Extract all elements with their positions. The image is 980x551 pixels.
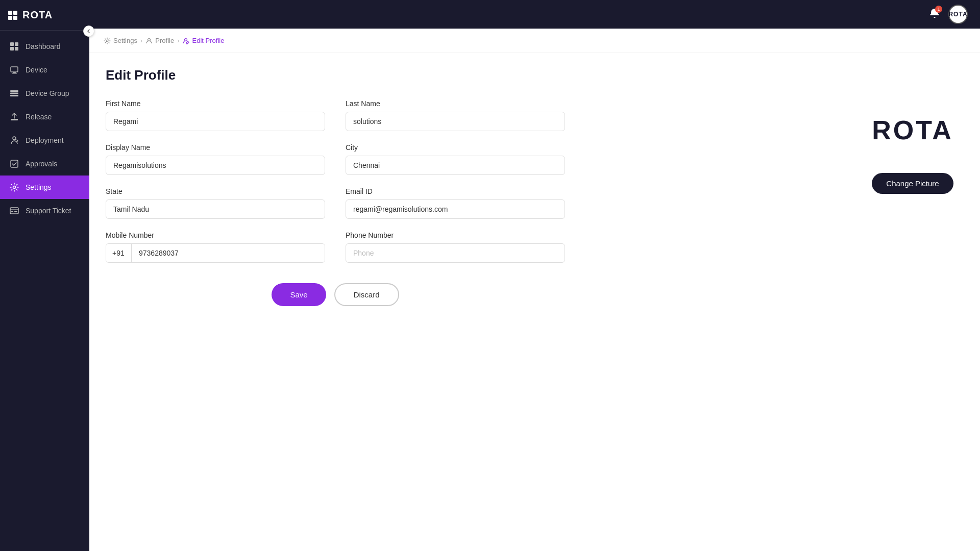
svg-rect-4 — [11, 67, 18, 72]
state-group: State — [106, 187, 325, 219]
form-actions: Save Discard — [106, 283, 565, 306]
svg-rect-0 — [10, 42, 14, 46]
notification-badge: 1 — [935, 6, 942, 13]
mobile-group: Mobile Number +91 — [106, 231, 325, 263]
sidebar-item-label: Device — [26, 66, 47, 74]
sidebar-item-label: Support Ticket — [26, 207, 71, 215]
sidebar-item-label: Dashboard — [26, 42, 61, 51]
profile-logo-box: ROTA — [862, 99, 964, 161]
email-input[interactable] — [346, 199, 565, 219]
sidebar: ROTA Dashboard D — [0, 0, 89, 551]
approvals-icon — [9, 159, 19, 169]
profile-logo-text: ROTA — [872, 115, 953, 145]
first-name-input[interactable] — [106, 112, 325, 131]
sidebar-item-label: Settings — [26, 183, 52, 191]
sidebar-item-deployment[interactable]: Deployment — [0, 129, 89, 152]
sidebar-item-approvals[interactable]: Approvals — [0, 152, 89, 176]
breadcrumb-settings[interactable]: Settings — [104, 37, 137, 44]
form-area: First Name Last Name Display Name — [106, 99, 831, 306]
sidebar-item-release[interactable]: Release — [0, 105, 89, 129]
svg-rect-3 — [15, 47, 18, 51]
mobile-number-input[interactable] — [132, 244, 325, 262]
app-name: ROTA — [22, 9, 53, 21]
support-icon — [9, 206, 19, 216]
last-name-input[interactable] — [346, 112, 565, 131]
svg-point-17 — [106, 40, 108, 42]
last-name-group: Last Name — [346, 99, 565, 131]
breadcrumb-sep-2: › — [177, 37, 179, 44]
svg-rect-12 — [11, 160, 18, 167]
city-label: City — [346, 143, 565, 152]
svg-rect-1 — [15, 42, 18, 46]
phone-label: Phone Number — [346, 231, 565, 239]
svg-rect-9 — [10, 95, 18, 96]
avatar[interactable]: ROTA — [948, 5, 968, 24]
display-name-group: Display Name — [106, 143, 325, 175]
discard-button[interactable]: Discard — [334, 283, 399, 306]
device-icon — [9, 65, 19, 75]
email-label: Email ID — [346, 187, 565, 195]
notification-bell[interactable]: 1 — [929, 8, 940, 21]
sidebar-item-dashboard[interactable]: Dashboard — [0, 35, 89, 58]
state-label: State — [106, 187, 325, 195]
svg-rect-6 — [12, 73, 17, 74]
email-group: Email ID — [346, 187, 565, 219]
svg-rect-10 — [11, 119, 18, 120]
breadcrumb-edit-profile-label: Edit Profile — [192, 37, 225, 44]
breadcrumb: Settings › Profile › Edit Profile — [89, 29, 980, 53]
sidebar-item-label: Device Group — [26, 89, 69, 97]
profile-image-section: ROTA Change Picture — [831, 99, 964, 194]
city-input[interactable] — [346, 156, 565, 175]
form-grid: First Name Last Name Display Name — [106, 99, 565, 263]
sidebar-item-device-group[interactable]: Device Group — [0, 82, 89, 105]
content-area: Settings › Profile › Edit Profile — [89, 29, 980, 551]
sidebar-item-device[interactable]: Device — [0, 58, 89, 82]
change-picture-button[interactable]: Change Picture — [872, 173, 953, 194]
deployment-icon — [9, 135, 19, 145]
breadcrumb-profile[interactable]: Profile — [145, 37, 174, 44]
svg-rect-15 — [11, 211, 13, 212]
dashboard-icon — [9, 41, 19, 52]
phone-group: Phone Number — [346, 231, 565, 263]
breadcrumb-settings-label: Settings — [113, 37, 137, 44]
svg-rect-7 — [10, 90, 18, 92]
mobile-input-group: +91 — [106, 243, 325, 263]
mobile-label: Mobile Number — [106, 231, 325, 239]
state-input[interactable] — [106, 199, 325, 219]
sidebar-item-settings[interactable]: Settings — [0, 176, 89, 199]
breadcrumb-edit-profile[interactable]: Edit Profile — [183, 37, 225, 44]
grid-icon — [8, 11, 17, 20]
breadcrumb-sep-1: › — [140, 37, 142, 44]
svg-rect-14 — [10, 208, 18, 214]
last-name-label: Last Name — [346, 99, 565, 108]
sidebar-item-label: Release — [26, 113, 52, 121]
main-area: 1 ROTA Settings › Profile › — [89, 0, 980, 551]
display-name-label: Display Name — [106, 143, 325, 152]
city-group: City — [346, 143, 565, 175]
topbar: 1 ROTA — [89, 0, 980, 29]
release-icon — [9, 112, 19, 122]
phone-input[interactable] — [346, 243, 565, 263]
mobile-prefix: +91 — [106, 244, 132, 262]
device-group-icon — [9, 88, 19, 98]
save-button[interactable]: Save — [272, 283, 326, 306]
svg-rect-16 — [14, 211, 17, 212]
collapse-sidebar-button[interactable] — [83, 26, 94, 37]
sidebar-item-support-ticket[interactable]: Support Ticket — [0, 199, 89, 222]
sidebar-item-label: Approvals — [26, 160, 57, 168]
breadcrumb-profile-label: Profile — [155, 37, 174, 44]
settings-icon — [9, 182, 19, 192]
svg-point-13 — [13, 186, 16, 189]
first-name-label: First Name — [106, 99, 325, 108]
svg-rect-5 — [13, 72, 16, 73]
first-name-group: First Name — [106, 99, 325, 131]
nav-items: Dashboard Device Device Grou — [0, 31, 89, 551]
page-title: Edit Profile — [106, 67, 964, 83]
display-name-input[interactable] — [106, 156, 325, 175]
sidebar-header: ROTA — [0, 0, 89, 31]
svg-point-11 — [13, 137, 16, 140]
page-content: Edit Profile First Name Last Name — [89, 53, 980, 320]
edit-profile-section: First Name Last Name Display Name — [106, 99, 964, 306]
sidebar-item-label: Deployment — [26, 136, 64, 144]
svg-rect-2 — [10, 47, 14, 51]
